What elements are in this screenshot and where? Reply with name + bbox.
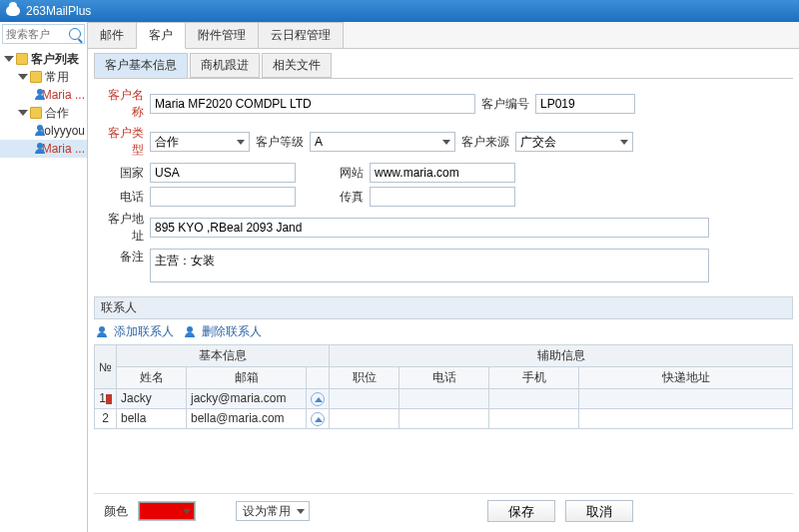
colgroup-basic: 基本信息 (117, 345, 330, 367)
col-tel: 电话 (400, 367, 489, 389)
select-source[interactable]: 广交会 (515, 132, 633, 152)
input-phone[interactable] (150, 187, 296, 207)
tab-calendar[interactable]: 云日程管理 (259, 22, 344, 48)
contact-toolbar: 添加联系人 删除联系人 (94, 319, 793, 344)
col-mobile: 手机 (489, 367, 579, 389)
tree-root[interactable]: 客户列表 (0, 50, 87, 68)
subtab-basic[interactable]: 客户基本信息 (94, 53, 188, 78)
tree-group-coop[interactable]: 合作 (0, 104, 87, 122)
delete-contact-button[interactable]: 删除联系人 (184, 323, 262, 340)
label-type: 客户类型 (98, 125, 150, 159)
col-position: 职位 (330, 367, 400, 389)
title-bar: 263MailPlus (0, 0, 799, 22)
cell-name: Jacky (117, 389, 187, 409)
tab-attachment[interactable]: 附件管理 (186, 22, 259, 48)
input-website[interactable] (370, 163, 515, 183)
colgroup-aux: 辅助信息 (330, 345, 793, 367)
table-row[interactable]: 1 Jacky jacky@maria.com (95, 389, 793, 409)
col-no: № (95, 345, 117, 389)
customer-form: 客户名称 客户编号 客户类型 合作 客户等级 A 客户来源 广交会 国家 网站 (94, 79, 793, 290)
label-code: 客户编号 (475, 96, 535, 113)
chevron-down-icon (4, 54, 14, 64)
label-address: 客户地址 (98, 211, 150, 245)
input-code[interactable] (535, 94, 635, 114)
save-button[interactable]: 保存 (487, 500, 555, 522)
cell-no: 1 (95, 389, 117, 409)
color-picker[interactable] (138, 501, 196, 521)
label-country: 国家 (98, 165, 150, 182)
person-icon (34, 89, 39, 101)
row-marker-icon (106, 394, 112, 404)
top-tabs: 邮件 客户 附件管理 云日程管理 (88, 22, 799, 49)
color-swatch (139, 502, 195, 520)
person-icon (184, 326, 196, 338)
app-title: 263MailPlus (26, 0, 91, 22)
folder-icon (16, 53, 28, 65)
footer-bar: 颜色 设为常用 保存 取消 (94, 493, 793, 528)
tab-mail[interactable]: 邮件 (88, 22, 137, 48)
mail-icon[interactable] (311, 392, 325, 406)
sidebar: 客户列表 常用 Maria ... 合作 holyyyou Maria ... (0, 22, 88, 532)
cell-email: bella@maria.com (187, 408, 307, 428)
mail-icon[interactable] (311, 412, 325, 426)
input-address[interactable] (150, 218, 709, 238)
cell-no: 2 (95, 408, 117, 428)
contacts-table: № 基本信息 辅助信息 姓名 邮箱 职位 电话 手机 快递地址 (94, 344, 793, 429)
label-fax: 传真 (296, 189, 370, 206)
table-row[interactable]: 2 bella bella@maria.com (95, 408, 793, 428)
cloud-icon (6, 6, 20, 16)
person-icon (96, 326, 108, 338)
chevron-down-icon (18, 108, 28, 118)
label-level: 客户等级 (250, 134, 310, 151)
sub-tabs: 客户基本信息 商机跟进 相关文件 (94, 53, 793, 79)
col-addr: 快递地址 (579, 367, 793, 389)
chevron-down-icon (18, 72, 28, 82)
label-remark: 备注 (98, 249, 150, 266)
col-email: 邮箱 (187, 367, 307, 389)
label-source: 客户来源 (455, 134, 515, 151)
person-icon (34, 143, 39, 155)
cell-email: jacky@maria.com (187, 389, 307, 409)
customer-tree: 客户列表 常用 Maria ... 合作 holyyyou Maria ... (0, 46, 87, 162)
add-contact-button[interactable]: 添加联系人 (96, 323, 174, 340)
cell-name: bella (117, 408, 187, 428)
cancel-button[interactable]: 取消 (565, 500, 633, 522)
label-name: 客户名称 (98, 87, 150, 121)
select-level[interactable]: A (310, 132, 455, 152)
contacts-title: 联系人 (94, 296, 793, 319)
col-name: 姓名 (117, 367, 187, 389)
textarea-remark[interactable]: 主营：女装 (150, 249, 709, 282)
folder-icon (30, 71, 42, 83)
input-fax[interactable] (370, 187, 515, 207)
subtab-files[interactable]: 相关文件 (262, 53, 332, 78)
tree-item[interactable]: Maria ... (0, 86, 87, 104)
favorite-select[interactable]: 设为常用 (236, 501, 310, 521)
label-color: 颜色 (104, 503, 128, 520)
main-panel: 邮件 客户 附件管理 云日程管理 客户基本信息 商机跟进 相关文件 客户名称 客… (88, 22, 799, 532)
search-icon[interactable] (69, 28, 81, 40)
tab-customer[interactable]: 客户 (137, 22, 186, 49)
folder-icon (30, 107, 42, 119)
label-phone: 电话 (98, 189, 150, 206)
search-box[interactable] (2, 24, 85, 44)
label-website: 网站 (296, 165, 370, 182)
select-type[interactable]: 合作 (150, 132, 250, 152)
tree-item[interactable]: Maria ... (0, 140, 87, 158)
input-name[interactable] (150, 94, 475, 114)
col-envelope (307, 367, 330, 389)
tree-item[interactable]: holyyyou (0, 122, 87, 140)
search-input[interactable] (6, 28, 66, 40)
subtab-opportunity[interactable]: 商机跟进 (190, 53, 260, 78)
person-icon (34, 125, 35, 137)
tree-group-favorite[interactable]: 常用 (0, 68, 87, 86)
input-country[interactable] (150, 163, 296, 183)
